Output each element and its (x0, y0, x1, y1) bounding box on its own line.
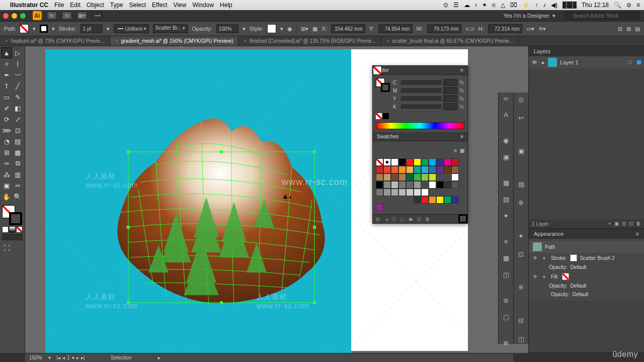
link-wh-icon[interactable]: ⊂⊃ (465, 26, 474, 32)
spotlight-icon[interactable]: 🔍 (614, 2, 621, 9)
swatch[interactable] (421, 173, 429, 181)
artboard-index[interactable]: 1 (67, 355, 70, 360)
status-icon[interactable]: ◀) (551, 2, 557, 9)
visibility-icon[interactable]: 👁 (532, 59, 539, 65)
type-icon[interactable]: A (501, 111, 511, 119)
c-value[interactable] (443, 79, 457, 86)
swatch[interactable] (376, 173, 383, 181)
status-icon[interactable]: ↑ (535, 2, 538, 9)
close-icon[interactable]: × (244, 38, 247, 44)
m-value[interactable] (443, 87, 457, 94)
swatch[interactable] (406, 166, 414, 173)
new-group-icon[interactable]: ▢ (400, 217, 405, 222)
y-input[interactable] (378, 24, 413, 33)
align-icon[interactable]: ⊞▾ (301, 26, 308, 32)
swatch[interactable] (391, 166, 398, 173)
locate-icon[interactable]: ⌖ (608, 221, 611, 227)
swatch[interactable] (383, 166, 391, 173)
appearance-stroke-row[interactable]: 👁 ▾ Stroke: Scatter Brush 2 (529, 253, 644, 263)
brushes-icon[interactable]: ▧ (501, 196, 511, 203)
menu-effect[interactable]: Effect (152, 2, 167, 9)
grid-view-icon[interactable]: ▦ (460, 148, 464, 153)
k-value[interactable] (443, 103, 457, 110)
swatch[interactable] (421, 196, 429, 204)
swatch[interactable] (451, 181, 459, 189)
eyedropper-tool[interactable]: ✑ (1, 158, 12, 169)
input-flag[interactable]: ⋮⋮ (562, 2, 577, 9)
swatch[interactable] (398, 166, 406, 173)
close-window-button[interactable] (3, 13, 9, 19)
status-icon[interactable]: ⚡ (522, 2, 530, 9)
shape-icon[interactable]: ▭▾ (526, 26, 534, 32)
style-dd[interactable]: ▾ (280, 26, 283, 32)
doc-tab[interactable]: ×scatter_brush final.ai @ 66.67% (CMYK/G… (381, 36, 519, 46)
width-tool[interactable]: ⋙ (1, 125, 12, 136)
y-slider[interactable] (401, 97, 441, 101)
color-panel-header[interactable]: Color≡ (373, 66, 467, 75)
app-menu[interactable]: Illustrator CC (10, 2, 48, 9)
libraries-icon[interactable]: ∞ (501, 95, 511, 102)
style-swatch[interactable] (267, 24, 276, 33)
shape-builder-tool[interactable]: ◔ (1, 136, 12, 147)
swatch[interactable] (414, 196, 421, 204)
menu-file[interactable]: File (54, 2, 64, 9)
swatch[interactable] (429, 181, 436, 189)
first-artboard-icon[interactable]: |◂ (57, 355, 61, 360)
swatch[interactable] (383, 173, 391, 181)
hand-tool[interactable]: ✋ (1, 191, 12, 202)
status-icon[interactable]: ♪ (543, 2, 546, 9)
swatch[interactable] (398, 158, 406, 166)
delete-swatch-icon[interactable]: 🗑 (425, 217, 430, 222)
fill-stroke-indicator[interactable] (1, 205, 23, 225)
menu-window[interactable]: Window (192, 2, 214, 9)
layer-name[interactable]: Layer 1 (560, 59, 579, 65)
swatch[interactable] (376, 189, 383, 196)
new-folder-icon[interactable]: 🖿 (409, 217, 413, 222)
rectangle-tool[interactable]: ▭ (1, 92, 12, 103)
gradient-tool[interactable]: ▦ (12, 147, 23, 158)
doc-tab[interactable]: ×gradient_mesh.ai* @ 150% (CMYK/GPU Prev… (110, 36, 239, 46)
stroke-profile-dd[interactable]: Uniform (114, 24, 149, 33)
swatch[interactable] (414, 189, 421, 196)
draw-inside[interactable] (16, 234, 23, 240)
menu-object[interactable]: Object (87, 2, 104, 9)
column-graph-tool[interactable]: ▥ (12, 169, 23, 180)
draw-normal[interactable] (2, 234, 9, 240)
clock[interactable]: Thu 12:18 (582, 2, 609, 9)
swatch[interactable] (451, 166, 459, 173)
spectrum-bar[interactable] (376, 122, 464, 129)
stroke-swatch[interactable] (40, 25, 48, 33)
swatch[interactable] (451, 158, 459, 166)
swatch[interactable] (444, 181, 451, 189)
transparency-icon[interactable]: ◫ (501, 271, 511, 279)
gradient-mesh-object[interactable] (101, 112, 332, 313)
panel-icon[interactable]: ↩ (516, 113, 526, 123)
swatch-libraries-icon[interactable]: ⊞. (376, 217, 381, 222)
swatch[interactable] (398, 189, 406, 196)
scale-tool[interactable]: ⤢ (12, 114, 23, 125)
status-icon[interactable]: △ (501, 2, 505, 9)
gradient-mode[interactable] (9, 226, 16, 233)
swatch[interactable] (429, 158, 436, 166)
swatch[interactable] (391, 189, 398, 196)
swatch[interactable] (376, 204, 383, 211)
menu-help[interactable]: Help (220, 2, 232, 9)
target-icon[interactable] (628, 60, 632, 64)
swatch[interactable] (406, 189, 414, 196)
user-icon[interactable]: ⊜ (626, 2, 631, 9)
swatch[interactable] (406, 173, 414, 181)
prev-artboard-icon[interactable]: ◂ (62, 355, 65, 360)
status-icon[interactable]: › (475, 2, 477, 9)
close-icon[interactable]: × (115, 38, 118, 44)
status-icon[interactable]: ✦ (482, 2, 487, 9)
screen-mode[interactable]: ⛶ (1, 242, 12, 253)
edit-toggle-icon[interactable]: ⊞ (626, 26, 631, 32)
swatch[interactable] (436, 158, 444, 166)
blend-tool[interactable]: ⧉ (12, 158, 23, 169)
m-slider[interactable] (401, 88, 441, 93)
new-layer-icon[interactable]: ⊡ (629, 221, 633, 227)
panel-icon[interactable]: ⊕ (516, 198, 526, 208)
zoom-tool[interactable]: 🔍 (12, 191, 23, 202)
slice-tool[interactable]: ✂ (12, 180, 23, 191)
color-guide-icon[interactable]: ▣ (501, 153, 511, 161)
